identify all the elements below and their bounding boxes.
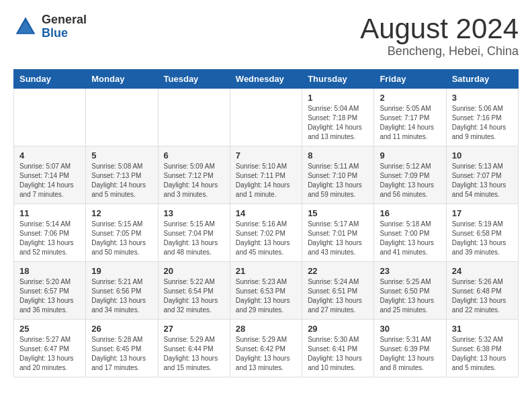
logo-text: General Blue: [42, 13, 87, 40]
day-number: 12: [91, 208, 152, 218]
day-info: Sunrise: 5:23 AM Sunset: 6:53 PM Dayligh…: [236, 277, 296, 315]
calendar-cell: 1Sunrise: 5:04 AM Sunset: 7:18 PM Daylig…: [302, 89, 374, 146]
calendar-cell: 4Sunrise: 5:07 AM Sunset: 7:14 PM Daylig…: [14, 146, 86, 204]
calendar-cell: 2Sunrise: 5:05 AM Sunset: 7:17 PM Daylig…: [374, 89, 446, 146]
calendar-cell: [158, 89, 230, 146]
day-number: 22: [308, 266, 368, 276]
day-number: 21: [236, 266, 296, 276]
logo: General Blue: [13, 13, 87, 40]
weekday-row: SundayMondayTuesdayWednesdayThursdayFrid…: [14, 70, 519, 89]
calendar-cell: 20Sunrise: 5:22 AM Sunset: 6:54 PM Dayli…: [158, 262, 230, 320]
day-info: Sunrise: 5:07 AM Sunset: 7:14 PM Dayligh…: [19, 162, 80, 199]
logo-blue-text: Blue: [42, 27, 87, 40]
calendar-header: SundayMondayTuesdayWednesdayThursdayFrid…: [14, 70, 519, 89]
day-number: 9: [380, 150, 440, 161]
day-info: Sunrise: 5:29 AM Sunset: 6:42 PM Dayligh…: [236, 335, 296, 373]
day-info: Sunrise: 5:08 AM Sunset: 7:13 PM Dayligh…: [91, 162, 152, 199]
calendar-cell: 6Sunrise: 5:09 AM Sunset: 7:12 PM Daylig…: [158, 146, 230, 204]
calendar-cell: 13Sunrise: 5:15 AM Sunset: 7:04 PM Dayli…: [158, 204, 230, 262]
calendar-cell: 14Sunrise: 5:16 AM Sunset: 7:02 PM Dayli…: [230, 204, 302, 262]
day-number: 17: [452, 208, 513, 218]
calendar-week-3: 11Sunrise: 5:14 AM Sunset: 7:06 PM Dayli…: [14, 204, 519, 262]
calendar-cell: [230, 89, 302, 146]
calendar-cell: [14, 89, 86, 146]
day-number: 2: [380, 93, 440, 103]
calendar-cell: 26Sunrise: 5:28 AM Sunset: 6:45 PM Dayli…: [86, 320, 158, 377]
day-info: Sunrise: 5:17 AM Sunset: 7:01 PM Dayligh…: [308, 220, 368, 257]
day-info: Sunrise: 5:12 AM Sunset: 7:09 PM Dayligh…: [380, 162, 440, 199]
calendar-body: 1Sunrise: 5:04 AM Sunset: 7:18 PM Daylig…: [14, 89, 519, 377]
calendar-cell: 31Sunrise: 5:32 AM Sunset: 6:38 PM Dayli…: [446, 320, 518, 377]
day-info: Sunrise: 5:20 AM Sunset: 6:57 PM Dayligh…: [19, 277, 80, 315]
day-number: 25: [19, 324, 80, 334]
day-number: 16: [380, 208, 440, 218]
calendar-week-2: 4Sunrise: 5:07 AM Sunset: 7:14 PM Daylig…: [14, 146, 519, 204]
weekday-header-tuesday: Tuesday: [158, 70, 230, 89]
day-info: Sunrise: 5:24 AM Sunset: 6:51 PM Dayligh…: [308, 277, 368, 315]
calendar-cell: 16Sunrise: 5:18 AM Sunset: 7:00 PM Dayli…: [374, 204, 446, 262]
day-info: Sunrise: 5:25 AM Sunset: 6:50 PM Dayligh…: [380, 277, 440, 315]
day-info: Sunrise: 5:06 AM Sunset: 7:16 PM Dayligh…: [452, 104, 513, 142]
calendar-cell: 24Sunrise: 5:26 AM Sunset: 6:48 PM Dayli…: [446, 262, 518, 320]
day-info: Sunrise: 5:22 AM Sunset: 6:54 PM Dayligh…: [164, 277, 224, 315]
calendar-cell: 21Sunrise: 5:23 AM Sunset: 6:53 PM Dayli…: [230, 262, 302, 320]
day-number: 26: [91, 324, 152, 334]
day-info: Sunrise: 5:19 AM Sunset: 6:58 PM Dayligh…: [452, 220, 513, 257]
calendar-cell: 11Sunrise: 5:14 AM Sunset: 7:06 PM Dayli…: [14, 204, 86, 262]
weekday-header-friday: Friday: [374, 70, 446, 89]
calendar-subtitle: Bencheng, Hebei, China: [360, 44, 519, 58]
calendar-cell: 8Sunrise: 5:11 AM Sunset: 7:10 PM Daylig…: [302, 146, 374, 204]
calendar-cell: 5Sunrise: 5:08 AM Sunset: 7:13 PM Daylig…: [86, 146, 158, 204]
day-number: 29: [308, 324, 368, 334]
day-number: 24: [452, 266, 513, 276]
day-number: 3: [452, 93, 513, 103]
calendar-cell: 30Sunrise: 5:31 AM Sunset: 6:39 PM Dayli…: [374, 320, 446, 377]
day-info: Sunrise: 5:10 AM Sunset: 7:11 PM Dayligh…: [236, 162, 296, 199]
day-info: Sunrise: 5:09 AM Sunset: 7:12 PM Dayligh…: [164, 162, 224, 199]
day-info: Sunrise: 5:32 AM Sunset: 6:38 PM Dayligh…: [452, 335, 513, 373]
calendar-title: August 2024: [360, 13, 519, 44]
calendar-cell: 17Sunrise: 5:19 AM Sunset: 6:58 PM Dayli…: [446, 204, 518, 262]
day-number: 1: [308, 93, 368, 103]
day-number: 6: [164, 150, 224, 161]
weekday-header-monday: Monday: [86, 70, 158, 89]
day-number: 8: [308, 150, 368, 161]
day-info: Sunrise: 5:05 AM Sunset: 7:17 PM Dayligh…: [380, 104, 440, 142]
day-number: 15: [308, 208, 368, 218]
calendar-cell: 22Sunrise: 5:24 AM Sunset: 6:51 PM Dayli…: [302, 262, 374, 320]
day-info: Sunrise: 5:21 AM Sunset: 6:56 PM Dayligh…: [91, 277, 152, 315]
day-number: 18: [19, 266, 80, 276]
calendar-cell: 10Sunrise: 5:13 AM Sunset: 7:07 PM Dayli…: [446, 146, 518, 204]
calendar-cell: 18Sunrise: 5:20 AM Sunset: 6:57 PM Dayli…: [14, 262, 86, 320]
logo-icon: [13, 15, 38, 39]
day-info: Sunrise: 5:16 AM Sunset: 7:02 PM Dayligh…: [236, 220, 296, 257]
weekday-header-saturday: Saturday: [446, 70, 518, 89]
weekday-header-sunday: Sunday: [14, 70, 86, 89]
day-number: 11: [19, 208, 80, 218]
day-number: 13: [164, 208, 224, 218]
calendar-cell: 25Sunrise: 5:27 AM Sunset: 6:47 PM Dayli…: [14, 320, 86, 377]
day-info: Sunrise: 5:15 AM Sunset: 7:05 PM Dayligh…: [91, 220, 152, 257]
day-number: 10: [452, 150, 513, 161]
day-number: 31: [452, 324, 513, 334]
day-info: Sunrise: 5:28 AM Sunset: 6:45 PM Dayligh…: [91, 335, 152, 373]
calendar-cell: [86, 89, 158, 146]
day-number: 5: [91, 150, 152, 161]
day-info: Sunrise: 5:31 AM Sunset: 6:39 PM Dayligh…: [380, 335, 440, 373]
day-info: Sunrise: 5:26 AM Sunset: 6:48 PM Dayligh…: [452, 277, 513, 315]
day-number: 28: [236, 324, 296, 334]
day-info: Sunrise: 5:14 AM Sunset: 7:06 PM Dayligh…: [19, 220, 80, 257]
logo-general-text: General: [42, 13, 87, 27]
calendar-week-4: 18Sunrise: 5:20 AM Sunset: 6:57 PM Dayli…: [14, 262, 519, 320]
calendar-week-5: 25Sunrise: 5:27 AM Sunset: 6:47 PM Dayli…: [14, 320, 519, 377]
day-info: Sunrise: 5:30 AM Sunset: 6:41 PM Dayligh…: [308, 335, 368, 373]
day-info: Sunrise: 5:11 AM Sunset: 7:10 PM Dayligh…: [308, 162, 368, 199]
calendar-cell: 3Sunrise: 5:06 AM Sunset: 7:16 PM Daylig…: [446, 89, 518, 146]
calendar-cell: 9Sunrise: 5:12 AM Sunset: 7:09 PM Daylig…: [374, 146, 446, 204]
day-info: Sunrise: 5:29 AM Sunset: 6:44 PM Dayligh…: [164, 335, 224, 373]
calendar-cell: 28Sunrise: 5:29 AM Sunset: 6:42 PM Dayli…: [230, 320, 302, 377]
day-number: 20: [164, 266, 224, 276]
calendar-week-1: 1Sunrise: 5:04 AM Sunset: 7:18 PM Daylig…: [14, 89, 519, 146]
calendar-cell: 27Sunrise: 5:29 AM Sunset: 6:44 PM Dayli…: [158, 320, 230, 377]
weekday-header-wednesday: Wednesday: [230, 70, 302, 89]
